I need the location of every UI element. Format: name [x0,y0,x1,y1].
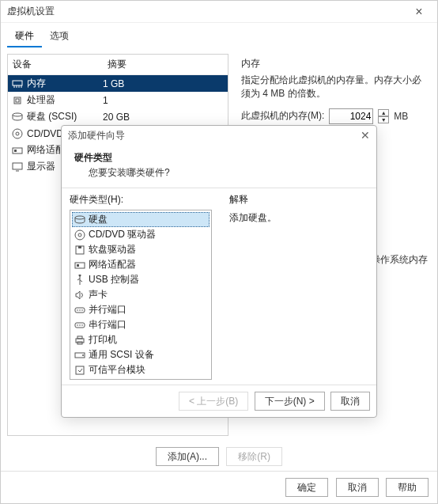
disk-icon [11,111,24,123]
header-device: 设备 [13,58,108,71]
port-icon [74,320,86,331]
scsi-icon [74,350,86,361]
wizard-right: 解释 添加硬盘。 [220,188,376,385]
header-summary: 摘要 [108,58,126,71]
hw-item[interactable]: USB 控制器 [72,272,210,287]
wizard-footer: < 上一步(B) 下一步(N) > 取消 [62,385,376,417]
spin-up-icon[interactable]: ▲ [378,109,389,116]
wizard-next-button[interactable]: 下一步(N) > [255,392,325,411]
memory-title: 内存 [241,57,425,70]
hw-item-label: 串行端口 [89,318,126,332]
main-titlebar: 虚拟机设置 × [1,1,437,23]
hw-item[interactable]: 声卡 [72,287,210,302]
display-icon [11,161,24,173]
hw-item-label: 硬盘 [89,213,108,226]
svg-rect-35 [76,366,84,374]
svg-rect-20 [77,264,79,267]
wizard-subheading: 您要安装哪类硬件? [74,166,364,180]
hw-item-label: 并行端口 [89,303,126,316]
wizard-back-button[interactable]: < 上一步(B) [179,392,248,411]
wizard-cancel-button[interactable]: 取消 [330,392,370,411]
hw-item[interactable]: 打印机 [72,332,210,347]
device-name: 硬盘 (SCSI) [27,110,77,123]
device-name: 显示器 [27,160,55,173]
svg-point-16 [78,233,81,237]
svg-point-14 [75,216,85,219]
cancel-button[interactable]: 取消 [336,478,379,497]
memory-spinner[interactable]: ▲ ▼ [378,109,389,123]
device-row[interactable]: 处理器1 [8,92,228,108]
remove-button[interactable]: 移除(R) [226,447,282,466]
wizard-close-icon[interactable]: ✕ [361,129,370,142]
svg-rect-31 [77,336,82,339]
svg-rect-5 [14,97,21,104]
device-list-header: 设备 摘要 [8,55,228,75]
close-icon[interactable]: × [407,5,431,19]
hw-item[interactable]: 串行端口 [72,317,210,332]
svg-rect-10 [13,148,22,153]
explain-label: 解释 [229,193,367,207]
svg-rect-12 [13,163,22,169]
hw-item-label: 通用 SCSI 设备 [89,348,154,362]
help-button[interactable]: 帮助 [386,478,429,497]
hw-item[interactable]: 并行端口 [72,302,210,317]
hw-item-label: CD/DVD 驱动器 [89,228,156,241]
floppy-icon [74,244,86,256]
memory-unit: MB [394,111,408,122]
port-icon [74,305,86,316]
add-hardware-wizard: 添加硬件向导 ✕ 硬件类型 您要安装哪类硬件? 硬件类型(H): 硬盘CD/DV… [61,125,377,418]
spin-down-icon[interactable]: ▼ [378,116,389,123]
svg-point-27 [77,324,78,326]
hw-list-label: 硬件类型(H): [70,193,212,207]
add-button[interactable]: 添加(A)... [156,447,219,466]
nic-icon [11,144,24,157]
svg-point-24 [79,309,81,311]
memory-label: 此虚拟机的内存(M): [241,109,324,123]
hw-item-label: 可信平台模块 [89,363,145,377]
svg-rect-6 [16,99,19,102]
tab-options[interactable]: 选项 [42,26,77,47]
hw-item-label: 声卡 [89,288,108,301]
hw-item[interactable]: 软盘驱动器 [72,242,210,257]
device-summary: 1 [103,95,225,106]
hw-type-list[interactable]: 硬盘CD/DVD 驱动器软盘驱动器网络适配器USB 控制器声卡并行端口串行端口打… [70,210,212,380]
cd-icon [74,229,86,241]
svg-point-34 [82,354,84,356]
wizard-body: 硬件类型(H): 硬盘CD/DVD 驱动器软盘驱动器网络适配器USB 控制器声卡… [62,188,376,385]
hw-item[interactable]: 通用 SCSI 设备 [72,347,210,362]
hw-item[interactable]: CD/DVD 驱动器 [72,227,210,242]
svg-point-29 [81,324,83,326]
tabs: 硬件 选项 [1,23,437,47]
usb-icon [74,275,86,286]
hw-item-label: 打印机 [89,333,117,347]
ok-button[interactable]: 确定 [285,478,328,497]
wizard-title: 添加硬件向导 [68,129,125,142]
svg-point-28 [79,324,81,326]
hw-item[interactable]: 网络适配器 [72,257,210,272]
cd-icon [11,127,24,140]
memory-row: 此虚拟机的内存(M): ▲ ▼ MB [241,108,425,124]
device-row[interactable]: 内存1 GB [8,75,228,92]
disk-icon [74,214,86,225]
memory-desc: 指定分配给此虚拟机的内存量。内存大小必须为 4 MB 的倍数。 [241,74,425,100]
memory-icon [11,78,24,90]
svg-point-7 [13,113,22,116]
svg-point-9 [16,132,19,135]
device-row[interactable]: 硬盘 (SCSI)20 GB [8,108,228,125]
memory-input[interactable] [329,108,373,124]
device-summary: 1 GB [103,78,225,89]
tab-hardware[interactable]: 硬件 [7,26,42,47]
printer-icon [74,335,86,346]
truncated-os-memory: 操作系统内存 [371,253,428,267]
svg-rect-18 [78,246,81,248]
hw-item[interactable]: 硬盘 [72,212,210,227]
svg-point-21 [79,275,81,277]
svg-point-15 [75,230,85,240]
svg-point-8 [13,129,22,138]
svg-rect-0 [13,81,22,85]
hw-item-label: 网络适配器 [89,258,136,271]
hw-item[interactable]: 可信平台模块 [72,362,210,377]
svg-point-25 [81,309,83,311]
tpm-icon [74,365,86,376]
nic-icon [74,260,86,271]
